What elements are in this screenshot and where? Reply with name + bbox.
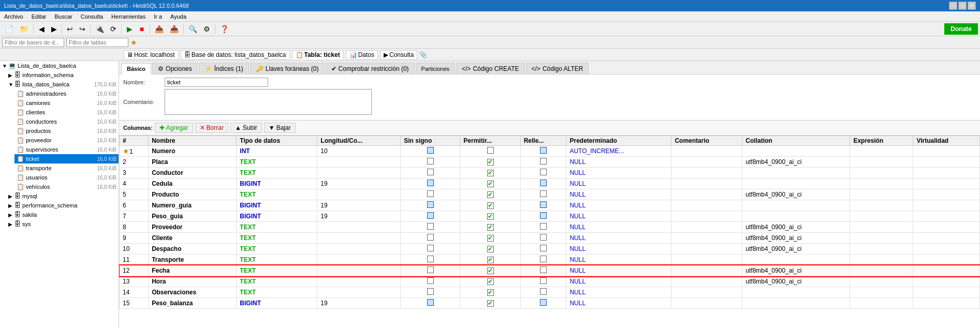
cell-unsigned[interactable] — [401, 157, 460, 168]
root-expand-icon[interactable]: ▼ — [2, 63, 8, 69]
cell-zerofill[interactable] — [520, 276, 566, 287]
tree-table-clientes[interactable]: 📋 clientes 16,0 KiB — [14, 108, 119, 117]
checkbox-unchecked[interactable] — [540, 223, 547, 230]
cell-type[interactable]: INT — [237, 146, 317, 157]
checkbox-blue[interactable] — [540, 299, 547, 306]
table-row[interactable]: 12 Fecha TEXT ✔ NULL utf8mb4_0900_ai_ci — [120, 265, 980, 276]
cell-name[interactable]: Cliente — [149, 233, 237, 244]
cell-name[interactable]: Peso_balanza — [149, 298, 237, 309]
info-schema-expand[interactable]: ▶ — [8, 72, 14, 78]
cell-type[interactable]: TEXT — [237, 255, 317, 265]
checkbox-blue[interactable] — [427, 180, 434, 186]
stop-btn[interactable]: ■ — [136, 23, 148, 35]
cell-type[interactable]: BIGINT — [237, 200, 317, 211]
cell-name[interactable]: Numero — [149, 146, 237, 157]
name-input[interactable] — [165, 78, 268, 87]
breadcrumb-host[interactable]: 🖥 Host: localhost — [123, 50, 179, 59]
cell-unsigned[interactable] — [401, 287, 460, 298]
checkbox-checked[interactable]: ✔ — [487, 300, 494, 307]
checkbox-unchecked[interactable] — [427, 234, 434, 241]
checkbox-checked[interactable]: ✔ — [487, 246, 494, 252]
cell-nullable[interactable]: ✔ — [460, 244, 520, 255]
tab-opciones[interactable]: ⚙ Opciones — [152, 63, 198, 74]
perf-schema-expand[interactable]: ▶ — [8, 203, 14, 208]
table-row[interactable]: 7 Peso_guia BIGINT 19 ✔ NULL — [120, 211, 980, 222]
checkbox-blue[interactable] — [427, 201, 434, 208]
checkbox-unchecked[interactable] — [540, 158, 547, 165]
checkbox-unchecked[interactable] — [427, 256, 434, 262]
tab-indices[interactable]: ⚡ Índices (1) — [199, 63, 249, 74]
cell-type[interactable]: TEXT — [237, 276, 317, 287]
breadcrumb-query[interactable]: ▶ Consulta — [380, 50, 417, 59]
checkbox-checked[interactable]: ✔ — [487, 213, 494, 220]
cell-name[interactable]: Cedula — [149, 178, 237, 189]
cell-nullable[interactable]: ✔ — [460, 233, 520, 244]
cell-zerofill[interactable] — [520, 146, 566, 157]
checkbox-checked[interactable]: ✔ — [487, 170, 494, 176]
cell-type[interactable]: TEXT — [237, 168, 317, 178]
table-filter-input[interactable] — [66, 38, 128, 47]
cell-type[interactable]: TEXT — [237, 222, 317, 233]
table-row[interactable]: 13 Hora TEXT ✔ NULL utf8mb4_0900_ai_ci — [120, 276, 980, 287]
checkbox-unchecked[interactable] — [540, 256, 547, 262]
new-btn[interactable]: 📄 — [2, 23, 16, 35]
cell-type[interactable]: BIGINT — [237, 211, 317, 222]
cell-name[interactable]: Placa — [149, 157, 237, 168]
checkbox-unchecked[interactable] — [427, 169, 434, 175]
add-column-btn[interactable]: ✚ Agregar — [155, 123, 193, 133]
cell-nullable[interactable]: ✔ — [460, 255, 520, 265]
cell-unsigned[interactable] — [401, 200, 460, 211]
checkbox-checked[interactable]: ✔ — [487, 267, 494, 274]
tree-table-vehiculos[interactable]: 📋 vehículos 16,0 KiB — [14, 182, 119, 191]
checkbox-blue[interactable] — [540, 201, 547, 208]
table-row[interactable]: 15 Peso_balanza BIGINT 19 ✔ NULL — [120, 298, 980, 309]
cell-name[interactable]: Conductor — [149, 168, 237, 178]
checkbox-checked[interactable]: ✔ — [487, 235, 494, 242]
cell-name[interactable]: Proveedor — [149, 222, 237, 233]
cell-type[interactable]: TEXT — [237, 233, 317, 244]
breadcrumb-data[interactable]: 📊 Datos — [346, 50, 378, 59]
tab-codigo-alter[interactable]: </> Código ALTER — [526, 63, 589, 74]
table-row[interactable]: 4 Cedula BIGINT 19 ✔ NULL — [120, 178, 980, 189]
cell-name[interactable]: Producto — [149, 189, 237, 200]
help-btn[interactable]: ❓ — [217, 23, 231, 35]
table-row[interactable]: 5 Producto TEXT ✔ NULL utf8mb4_0900_ai_c… — [120, 189, 980, 200]
checkbox-checked[interactable]: ✔ — [487, 278, 494, 285]
cell-nullable[interactable]: ✔ — [460, 168, 520, 178]
checkbox-unchecked[interactable] — [540, 169, 547, 175]
open-btn[interactable]: 📁 — [17, 23, 31, 35]
tab-codigo-create[interactable]: </> Código CREATE — [456, 63, 525, 74]
cell-unsigned[interactable] — [401, 211, 460, 222]
tree-table-usuarios[interactable]: 📋 usuarios 16,0 KiB — [14, 173, 119, 182]
table-row[interactable]: 3 Conductor TEXT ✔ NULL — [120, 168, 980, 178]
cell-zerofill[interactable] — [520, 265, 566, 276]
cell-zerofill[interactable] — [520, 200, 566, 211]
cell-type[interactable]: TEXT — [237, 287, 317, 298]
checkbox-blue[interactable] — [427, 299, 434, 306]
sys-expand[interactable]: ▶ — [8, 221, 14, 227]
delete-column-btn[interactable]: ✕ Borrar — [195, 123, 228, 133]
tree-table-transporte[interactable]: 📋 transporte 16,0 KiB — [14, 163, 119, 173]
breadcrumb-database[interactable]: 🗄 Base de datos: lista_datos_baelca — [181, 50, 290, 59]
cell-zerofill[interactable] — [520, 298, 566, 309]
table-row[interactable]: 9 Cliente TEXT ✔ NULL utf8mb4_0900_ai_ci — [120, 233, 980, 244]
refresh-btn[interactable]: ⟳ — [108, 23, 119, 35]
checkbox-checked[interactable]: ✔ — [487, 224, 494, 231]
checkbox-checked[interactable]: ✔ — [487, 191, 494, 198]
checkbox-blue[interactable] — [540, 212, 547, 219]
cell-nullable[interactable]: ✔ — [460, 265, 520, 276]
cell-nullable[interactable] — [460, 146, 520, 157]
forward-btn[interactable]: ▶ — [48, 23, 60, 35]
cell-nullable[interactable]: ✔ — [460, 200, 520, 211]
cell-zerofill[interactable] — [520, 157, 566, 168]
checkbox-blue[interactable] — [427, 212, 434, 219]
cell-nullable[interactable]: ✔ — [460, 157, 520, 168]
tree-node-sys[interactable]: ▶ 🗄 sys — [0, 219, 119, 229]
comment-textarea[interactable] — [165, 89, 372, 115]
cell-zerofill[interactable] — [520, 255, 566, 265]
tree-table-administradores[interactable]: 📋 administradores 16,0 KiB — [14, 89, 119, 98]
checkbox-blue[interactable] — [540, 147, 547, 154]
cell-name[interactable]: Hora — [149, 276, 237, 287]
tab-particiones[interactable]: Particiones — [416, 63, 455, 74]
tree-node-info-schema[interactable]: ▶ 🗄 information_schema — [0, 70, 119, 80]
